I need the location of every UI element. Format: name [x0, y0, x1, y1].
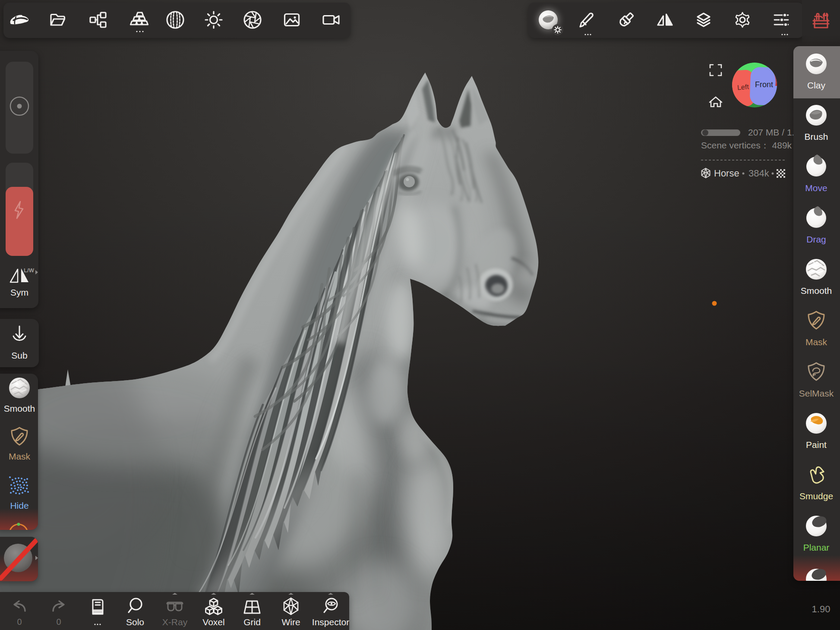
svg-text:Drag: Drag: [806, 234, 826, 244]
svg-text:SelMask: SelMask: [799, 388, 834, 398]
svg-text:Brush: Brush: [805, 132, 828, 142]
svg-text:Sub: Sub: [11, 350, 27, 360]
svg-text:Paint: Paint: [806, 440, 827, 450]
svg-text:0: 0: [56, 617, 61, 627]
svg-text:X-Ray: X-Ray: [162, 617, 188, 627]
svg-text:Scene vertices： 489k: Scene vertices： 489k: [701, 140, 792, 150]
svg-text:Clay: Clay: [807, 80, 826, 90]
svg-text:Sym: Sym: [10, 287, 28, 297]
svg-text:Inspector: Inspector: [312, 617, 349, 627]
svg-text:Smooth: Smooth: [4, 403, 35, 413]
svg-text:Planar: Planar: [803, 542, 830, 552]
svg-text:Mask: Mask: [805, 337, 827, 347]
svg-text:L/W: L/W: [24, 267, 35, 274]
svg-text:Smooth: Smooth: [801, 286, 832, 296]
svg-text:207 MB / 1.5: 207 MB / 1.5: [748, 127, 793, 137]
svg-text:Smudge: Smudge: [799, 491, 833, 501]
svg-text:0: 0: [17, 617, 22, 627]
svg-text:384k: 384k: [748, 168, 770, 179]
svg-text:Grid: Grid: [243, 617, 261, 627]
svg-text:Solo: Solo: [126, 617, 144, 627]
svg-text:Front: Front: [755, 80, 773, 89]
svg-text:Wire: Wire: [281, 617, 300, 627]
svg-text:Horse: Horse: [714, 168, 739, 179]
svg-text:Voxel: Voxel: [202, 617, 224, 627]
svg-text:Move: Move: [805, 183, 827, 193]
svg-text:Left: Left: [737, 83, 749, 91]
svg-text:Mask: Mask: [9, 451, 31, 461]
